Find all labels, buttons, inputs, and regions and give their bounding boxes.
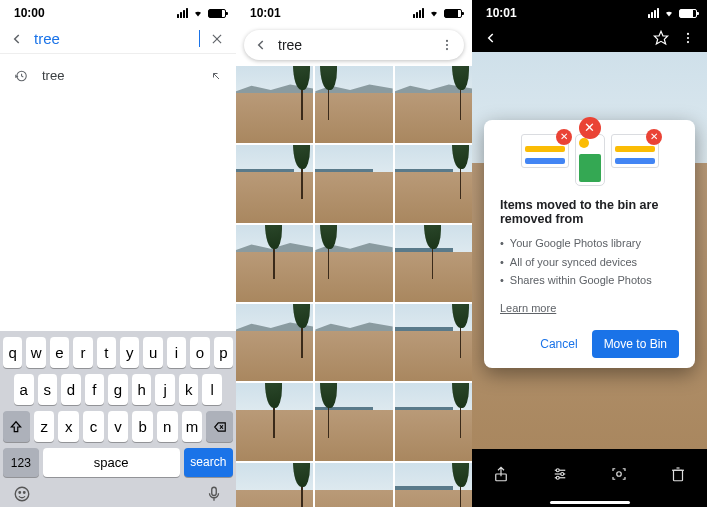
svg-line-3 (214, 73, 220, 79)
key-a[interactable]: a (14, 374, 34, 405)
emoji-icon[interactable] (13, 485, 31, 503)
svg-marker-13 (654, 31, 667, 44)
status-bar: 10:00 (0, 0, 236, 22)
photo-thumb[interactable] (395, 225, 472, 302)
svg-rect-25 (673, 470, 682, 481)
photo-thumb[interactable] (236, 383, 313, 460)
x-badge-icon: ✕ (646, 129, 662, 145)
overflow-icon[interactable] (681, 31, 695, 45)
photo-thumb[interactable] (395, 145, 472, 222)
key-b[interactable]: b (132, 411, 153, 442)
photo-thumb[interactable] (395, 304, 472, 381)
move-to-bin-dialog: ✕ ✕ ✕ Items moved to the bin are removed… (484, 120, 695, 368)
battery-icon (444, 9, 462, 18)
key-m[interactable]: m (182, 411, 203, 442)
key-t[interactable]: t (97, 337, 116, 368)
svg-point-12 (446, 48, 448, 50)
photo-thumb[interactable] (395, 66, 472, 143)
backspace-key[interactable] (206, 411, 233, 442)
close-icon[interactable] (210, 32, 224, 46)
svg-point-24 (617, 472, 622, 477)
key-u[interactable]: u (143, 337, 162, 368)
svg-point-6 (15, 487, 29, 501)
mic-icon[interactable] (205, 485, 223, 503)
key-q[interactable]: q (3, 337, 22, 368)
laptop-icon: ✕ (611, 134, 659, 168)
move-to-bin-button[interactable]: Move to Bin (592, 330, 679, 358)
edit-icon[interactable] (551, 465, 569, 483)
photo-thumb[interactable] (395, 463, 472, 507)
x-badge-icon: ✕ (556, 129, 572, 145)
key-d[interactable]: d (61, 374, 81, 405)
screen-search-typing: 10:00 tree tree q w e r t y u i o p (0, 0, 236, 507)
trash-icon[interactable] (669, 465, 687, 483)
photo-thumb[interactable] (236, 304, 313, 381)
back-icon[interactable] (484, 31, 498, 45)
key-l[interactable]: l (202, 374, 222, 405)
cancel-button[interactable]: Cancel (532, 331, 585, 357)
key-e[interactable]: e (50, 337, 69, 368)
photo-thumb[interactable] (315, 145, 392, 222)
share-icon[interactable] (492, 465, 510, 483)
dialog-illustration: ✕ ✕ ✕ (500, 134, 679, 186)
keyboard-bottom (3, 483, 233, 503)
key-f[interactable]: f (85, 374, 105, 405)
key-y[interactable]: y (120, 337, 139, 368)
key-n[interactable]: n (157, 411, 178, 442)
arrow-upleft-icon (210, 70, 222, 82)
photo-thumb[interactable] (315, 225, 392, 302)
search-key[interactable]: search (184, 448, 233, 477)
history-icon (14, 69, 28, 83)
numbers-key[interactable]: 123 (3, 448, 39, 477)
overflow-icon[interactable] (440, 38, 454, 52)
key-k[interactable]: k (179, 374, 199, 405)
photo-thumb[interactable] (315, 463, 392, 507)
photo-thumb[interactable] (315, 66, 392, 143)
photo-thumb[interactable] (236, 66, 313, 143)
photo-thumb[interactable] (236, 145, 313, 222)
key-j[interactable]: j (155, 374, 175, 405)
back-icon[interactable] (10, 32, 24, 46)
key-s[interactable]: s (38, 374, 58, 405)
search-input[interactable]: tree (34, 30, 200, 47)
search-bar[interactable]: tree (244, 30, 464, 60)
status-indicators (177, 8, 226, 18)
key-w[interactable]: w (26, 337, 45, 368)
search-input[interactable]: tree (278, 37, 430, 53)
photo-thumb[interactable] (315, 304, 392, 381)
key-p[interactable]: p (214, 337, 233, 368)
signal-icon (648, 8, 659, 18)
key-i[interactable]: i (167, 337, 186, 368)
back-icon[interactable] (254, 38, 268, 52)
svg-point-10 (446, 40, 448, 42)
photo-thumb[interactable] (236, 225, 313, 302)
star-icon[interactable] (653, 30, 669, 46)
key-v[interactable]: v (108, 411, 129, 442)
key-x[interactable]: x (58, 411, 79, 442)
key-h[interactable]: h (132, 374, 152, 405)
photo-thumb[interactable] (395, 383, 472, 460)
dialog-bullet: All of your synced devices (500, 253, 679, 272)
dialog-bullet: Your Google Photos library (500, 234, 679, 253)
key-g[interactable]: g (108, 374, 128, 405)
status-indicators (648, 8, 697, 18)
key-o[interactable]: o (190, 337, 209, 368)
lens-icon[interactable] (610, 465, 628, 483)
learn-more-link[interactable]: Learn more (500, 302, 556, 314)
photo-thumb[interactable] (315, 383, 392, 460)
wifi-icon (428, 9, 440, 18)
photo-thumb[interactable] (236, 463, 313, 507)
svg-point-11 (446, 44, 448, 46)
key-z[interactable]: z (34, 411, 55, 442)
svg-point-14 (687, 33, 689, 35)
svg-point-16 (687, 41, 689, 43)
status-indicators (413, 8, 462, 18)
keyboard: q w e r t y u i o p a s d f g h j k l z … (0, 331, 236, 507)
search-suggestion[interactable]: tree (0, 60, 236, 91)
key-r[interactable]: r (73, 337, 92, 368)
home-indicator[interactable] (550, 501, 630, 504)
status-bar: 10:01 (472, 0, 707, 22)
shift-key[interactable] (3, 411, 30, 442)
key-c[interactable]: c (83, 411, 104, 442)
space-key[interactable]: space (43, 448, 180, 477)
